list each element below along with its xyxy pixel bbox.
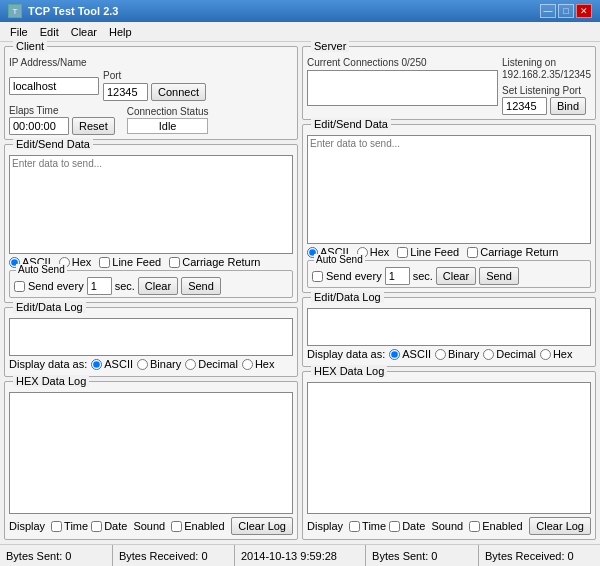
server-send-every-check[interactable]: [312, 271, 323, 282]
client-send-every-label: Send every: [28, 280, 84, 292]
client-hex-log-group: HEX Data Log Display Time Date Sound Ena…: [4, 381, 298, 540]
status-bytes-sent-2: Bytes Sent: 0: [366, 545, 479, 566]
server-label: Server: [311, 40, 349, 52]
close-button[interactable]: ✕: [576, 4, 592, 18]
client-decimal-radio[interactable]: Decimal: [185, 358, 238, 370]
client-clear-log-button[interactable]: Clear Log: [231, 517, 293, 535]
client-group: Client IP Address/Name Port Connect: [4, 46, 298, 140]
port-input[interactable]: [103, 83, 148, 101]
client-edit-send-label: Edit/Send Data: [13, 138, 93, 150]
server-panel: Server Current Connections 0/250 Listeni…: [302, 46, 596, 540]
status-timestamp: 2014-10-13 9:59:28: [235, 545, 366, 566]
ip-input[interactable]: [9, 77, 99, 95]
server-clear-log-button[interactable]: Clear Log: [529, 517, 591, 535]
server-linefeed-check[interactable]: Line Feed: [397, 246, 459, 258]
app-title: TCP Test Tool 2.3: [28, 5, 118, 17]
client-clear-button[interactable]: Clear: [138, 277, 178, 295]
server-hex2-radio[interactable]: Hex: [540, 348, 573, 360]
client-enabled-check[interactable]: Enabled: [171, 520, 224, 532]
ip-label: IP Address/Name: [9, 57, 293, 68]
client-hex2-radio[interactable]: Hex: [242, 358, 275, 370]
client-display-as-label: Display data as:: [9, 358, 87, 370]
server-port-input[interactable]: [502, 97, 547, 115]
server-time-check[interactable]: Time: [349, 520, 386, 532]
server-hex-log-label: HEX Data Log: [311, 365, 387, 377]
client-linefeed-check[interactable]: Line Feed: [99, 256, 161, 268]
elaps-label: Elaps Time: [9, 105, 115, 116]
client-sec-input[interactable]: [87, 277, 112, 295]
server-sound-group: Sound Enabled: [431, 520, 522, 532]
server-send-textarea[interactable]: [307, 135, 591, 244]
status-bytes-received-1: Bytes Received: 0: [113, 545, 235, 566]
conn-status-value: Idle: [127, 118, 209, 134]
app-icon: T: [8, 4, 22, 18]
menu-clear[interactable]: Clear: [65, 25, 103, 39]
server-data-log-group: Edit/Data Log Display data as: ASCII Bin…: [302, 297, 596, 367]
server-send-every-label: Send every: [326, 270, 382, 282]
server-sec-label: sec.: [413, 270, 433, 282]
listening-on-label: Listening on: [502, 57, 591, 68]
server-send-button[interactable]: Send: [479, 267, 519, 285]
reset-button[interactable]: Reset: [72, 117, 115, 135]
server-display-group: Display Time Date: [307, 520, 425, 532]
server-hex-log-list[interactable]: [307, 382, 591, 514]
client-send-textarea[interactable]: [9, 155, 293, 254]
server-carriage-check[interactable]: Carriage Return: [467, 246, 558, 258]
bind-button[interactable]: Bind: [550, 97, 586, 115]
connect-button[interactable]: Connect: [151, 83, 206, 101]
client-data-log-group: Edit/Data Log Display data as: ASCII Bin…: [4, 307, 298, 377]
minimize-button[interactable]: —: [540, 4, 556, 18]
server-data-log-label: Edit/Data Log: [311, 291, 384, 303]
menu-edit[interactable]: Edit: [34, 25, 65, 39]
server-hex-log-group: HEX Data Log Display Time Date Sound Ena…: [302, 371, 596, 540]
server-display-as-label: Display data as:: [307, 348, 385, 360]
status-bytes-received-2: Bytes Received: 0: [479, 545, 600, 566]
client-data-log-label: Edit/Data Log: [13, 301, 86, 313]
server-enabled-check[interactable]: Enabled: [469, 520, 522, 532]
server-auto-send-group: Auto Send Send every sec. Clear Send: [307, 260, 591, 288]
server-conn-list[interactable]: [307, 70, 498, 106]
menu-bar: File Edit Clear Help: [0, 22, 600, 42]
server-edit-send-label: Edit/Send Data: [311, 118, 391, 130]
client-ascii2-radio[interactable]: ASCII: [91, 358, 133, 370]
client-sound-label: Sound: [133, 520, 165, 532]
client-binary-radio[interactable]: Binary: [137, 358, 181, 370]
server-data-log-list[interactable]: [307, 308, 591, 346]
client-auto-send-group: Auto Send Send every sec. Clear Send: [9, 270, 293, 298]
server-binary-radio[interactable]: Binary: [435, 348, 479, 360]
maximize-button[interactable]: □: [558, 4, 574, 18]
client-date-check[interactable]: Date: [91, 520, 127, 532]
menu-help[interactable]: Help: [103, 25, 138, 39]
server-date-check[interactable]: Date: [389, 520, 425, 532]
elaps-input: [9, 117, 69, 135]
client-panel: Client IP Address/Name Port Connect: [4, 46, 298, 540]
client-auto-send-label: Auto Send: [16, 264, 67, 275]
port-label: Port: [103, 70, 206, 81]
server-display-label: Display: [307, 520, 343, 532]
client-sound-group: Sound Enabled: [133, 520, 224, 532]
menu-file[interactable]: File: [4, 25, 34, 39]
server-ascii2-radio[interactable]: ASCII: [389, 348, 431, 360]
status-bytes-sent-1: Bytes Sent: 0: [0, 545, 113, 566]
conn-status-label: Connection Status: [127, 106, 209, 117]
client-time-check[interactable]: Time: [51, 520, 88, 532]
status-bar: Bytes Sent: 0 Bytes Received: 0 2014-10-…: [0, 544, 600, 566]
client-hex-log-list[interactable]: [9, 392, 293, 514]
client-send-every-check[interactable]: [14, 281, 25, 292]
client-data-log-list[interactable]: [9, 318, 293, 356]
client-send-button[interactable]: Send: [181, 277, 221, 295]
client-display-group: Display Time Date: [9, 520, 127, 532]
client-carriage-check[interactable]: Carriage Return: [169, 256, 260, 268]
client-sec-label: sec.: [115, 280, 135, 292]
server-sound-label: Sound: [431, 520, 463, 532]
server-sec-input[interactable]: [385, 267, 410, 285]
client-edit-send-group: Edit/Send Data ASCII Hex Line Feed Carri…: [4, 144, 298, 303]
server-edit-send-group: Edit/Send Data ASCII Hex Line Feed Carri…: [302, 124, 596, 293]
listening-on-value: 192.168.2.35/12345: [502, 68, 591, 81]
server-decimal-radio[interactable]: Decimal: [483, 348, 536, 360]
current-conn-label: Current Connections 0/250: [307, 57, 498, 68]
set-port-label: Set Listening Port: [502, 85, 591, 96]
server-clear-button[interactable]: Clear: [436, 267, 476, 285]
client-label: Client: [13, 40, 47, 52]
server-auto-send-label: Auto Send: [314, 254, 365, 265]
